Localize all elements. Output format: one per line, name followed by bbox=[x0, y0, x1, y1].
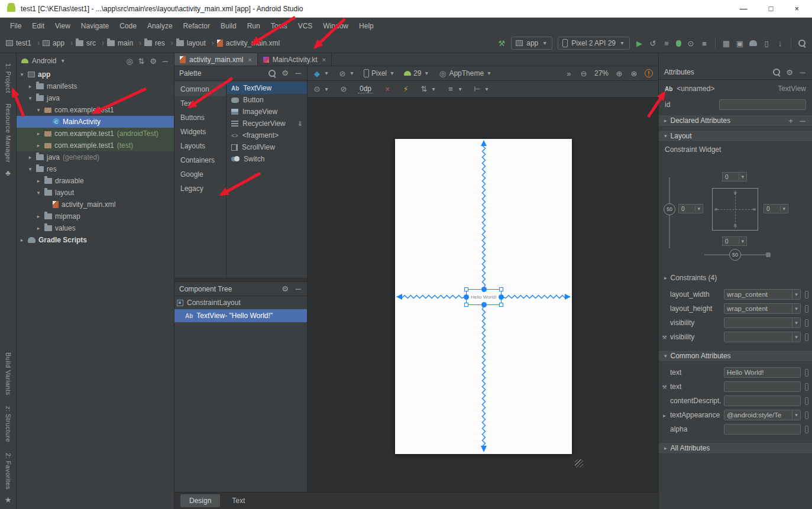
gear-icon[interactable]: ⚙ bbox=[149, 56, 157, 66]
attribute-value-control[interactable] bbox=[724, 381, 801, 392]
constraint-anchor-top-icon[interactable]: » bbox=[732, 192, 739, 195]
palette-category[interactable]: Widgets bbox=[174, 125, 226, 139]
infer-constraints-icon[interactable]: ⚡ bbox=[402, 85, 410, 94]
project-structure-icon[interactable]: ▦ bbox=[722, 38, 730, 48]
menu-item[interactable]: Edit bbox=[27, 20, 50, 33]
gear-icon[interactable]: ⚙ bbox=[281, 284, 289, 294]
layout-inspector-icon[interactable]: ▣ bbox=[736, 38, 744, 48]
hide-panel-icon[interactable]: ─ bbox=[161, 56, 169, 66]
add-attribute-button[interactable]: + bbox=[787, 116, 795, 125]
tool-window-button[interactable]: Build Variants bbox=[5, 352, 12, 395]
gear-icon[interactable]: ⚙ bbox=[785, 67, 794, 77]
margin-right-dropdown[interactable]: 0▾ bbox=[764, 204, 788, 213]
tree-item[interactable]: ▾ com.example.test1 bbox=[17, 104, 174, 116]
menu-item[interactable]: Window bbox=[318, 20, 354, 33]
constraint-widget[interactable]: » « » « 0▾ 0▾ 0▾ 0▾ 50 50 bbox=[659, 154, 812, 272]
tree-expander-icon[interactable]: ▸ bbox=[35, 142, 41, 148]
orientation-selector[interactable]: ⊘ ▾ bbox=[338, 69, 355, 78]
panel-splitter[interactable] bbox=[174, 278, 307, 282]
constraint-anchor[interactable] bbox=[481, 302, 487, 307]
tools-attribute-flag[interactable] bbox=[805, 426, 808, 433]
editor-tab[interactable]: MainActivity.kt × bbox=[258, 53, 332, 66]
tree-expander-icon[interactable]: ▸ bbox=[35, 213, 41, 219]
palette-item[interactable]: Button bbox=[227, 94, 307, 106]
component-tree-item[interactable]: ConstraintLayout bbox=[174, 296, 307, 309]
constraint-anchor[interactable] bbox=[464, 294, 469, 300]
resource-manager-icon[interactable]: ♣ bbox=[4, 168, 12, 177]
autoconnect-icon[interactable]: ⊘ bbox=[339, 85, 348, 94]
attribute-value-control[interactable] bbox=[724, 332, 801, 342]
attribute-value-control[interactable] bbox=[724, 317, 801, 328]
canvas-resize-grip[interactable] bbox=[575, 459, 583, 468]
theme-selector[interactable]: ◎ AppTheme ▾ bbox=[438, 69, 492, 78]
menu-item[interactable]: View bbox=[50, 20, 76, 33]
tool-window-button[interactable]: 1: Project bbox=[5, 63, 12, 93]
gear-icon[interactable]: ⚙ bbox=[281, 69, 289, 78]
search-everywhere-icon[interactable] bbox=[798, 39, 806, 47]
menu-item[interactable]: Navigate bbox=[76, 20, 114, 33]
search-icon[interactable] bbox=[268, 69, 276, 77]
design-canvas[interactable]: Hello World! bbox=[308, 98, 658, 492]
apply-changes-icon[interactable]: ↺ bbox=[649, 38, 657, 48]
margin-bottom-dropdown[interactable]: 0▾ bbox=[722, 236, 747, 246]
menu-item[interactable]: Run bbox=[242, 20, 266, 33]
all-attributes-section[interactable]: ▸ All Attributes bbox=[659, 442, 812, 454]
tree-item[interactable]: ▸ Gradle Scripts bbox=[17, 234, 174, 246]
window-close-button[interactable]: × bbox=[794, 4, 799, 13]
palette-category[interactable]: Layouts bbox=[174, 139, 226, 153]
menu-item[interactable]: Code bbox=[114, 20, 142, 33]
tool-window-button[interactable]: Resource Manager bbox=[5, 103, 12, 163]
design-surface-selector[interactable]: ◆ ▾ bbox=[313, 69, 329, 78]
attribute-value-control[interactable]: @android:style/Te bbox=[724, 410, 801, 420]
build-hammer-icon[interactable]: ⚒ bbox=[497, 38, 506, 48]
tree-item[interactable]: ▾ app bbox=[17, 69, 174, 80]
clear-constraints-icon[interactable]: × bbox=[383, 85, 392, 94]
constraint-anchor-bottom-icon[interactable]: « bbox=[732, 224, 739, 228]
palette-category[interactable]: Text bbox=[174, 96, 226, 111]
menu-item[interactable]: Refactor bbox=[178, 20, 215, 33]
menu-item[interactable]: Tools bbox=[266, 20, 293, 33]
remove-attribute-button[interactable]: ─ bbox=[798, 116, 807, 125]
margin-left-dropdown[interactable]: 0▾ bbox=[678, 204, 703, 213]
breadcrumb-item[interactable]: main › bbox=[107, 39, 144, 47]
tree-expander-icon[interactable]: ▸ bbox=[35, 131, 41, 137]
tools-attribute-flag[interactable] bbox=[805, 291, 808, 299]
palette-item[interactable]: ScrollView bbox=[227, 141, 307, 153]
breadcrumb-item[interactable]: src › bbox=[76, 39, 107, 47]
tree-expander-icon[interactable]: ▾ bbox=[19, 72, 25, 77]
vertical-bias-value[interactable]: 50 bbox=[664, 203, 675, 215]
menu-item[interactable]: File bbox=[5, 20, 27, 33]
editor-mode-tab[interactable]: Design bbox=[180, 494, 220, 507]
constraint-anchor[interactable] bbox=[481, 287, 487, 292]
attribute-value-control[interactable] bbox=[724, 395, 801, 406]
run-configuration-dropdown[interactable]: app ▾ bbox=[511, 37, 552, 50]
tree-item[interactable]: ▸ java (generated) bbox=[17, 151, 174, 163]
breadcrumb-item[interactable]: layout › bbox=[176, 39, 217, 47]
margin-top-dropdown[interactable]: 0▾ bbox=[722, 172, 747, 181]
avd-manager-icon[interactable]: ▯ bbox=[762, 38, 771, 48]
tree-item[interactable]: ▾ layout bbox=[17, 187, 174, 199]
editor-mode-tab[interactable]: Text bbox=[223, 494, 254, 507]
palette-item[interactable]: RecyclerView ⇓ bbox=[227, 118, 307, 129]
device-dropdown[interactable]: Pixel 2 API 29 ▾ bbox=[558, 37, 630, 50]
tree-item[interactable]: ▸ manifests bbox=[17, 80, 174, 92]
tools-attribute-flag[interactable] bbox=[805, 383, 808, 391]
run-configurations-list-icon[interactable]: ≡ bbox=[662, 38, 671, 48]
tree-item[interactable]: ▸ com.example.test1 (test) bbox=[17, 140, 174, 151]
menu-item[interactable]: VCS bbox=[293, 20, 318, 33]
tool-window-button[interactable]: z: Structure bbox=[5, 406, 12, 442]
palette-item[interactable]: Ab TextView bbox=[227, 82, 307, 94]
tools-attribute-flag[interactable] bbox=[805, 397, 808, 405]
tree-item[interactable]: activity_main.xml bbox=[17, 199, 174, 210]
constraint-anchor-right-icon[interactable]: « bbox=[752, 206, 756, 212]
constraint-anchor[interactable] bbox=[499, 294, 504, 300]
tree-expander-icon[interactable]: ▸ bbox=[27, 154, 33, 160]
align-selector[interactable]: ≡ ▾ bbox=[447, 85, 463, 94]
layout-section[interactable]: ▾ Layout bbox=[659, 130, 812, 142]
stop-button[interactable]: ■ bbox=[700, 38, 709, 48]
common-attributes-section[interactable]: ▾ Common Attributes bbox=[659, 350, 812, 362]
close-tab-icon[interactable]: × bbox=[248, 56, 251, 63]
tree-expander-icon[interactable]: ▸ bbox=[35, 225, 41, 231]
palette-category[interactable]: Common bbox=[174, 82, 226, 96]
constraint-widget-box[interactable]: » « » « bbox=[712, 188, 758, 231]
